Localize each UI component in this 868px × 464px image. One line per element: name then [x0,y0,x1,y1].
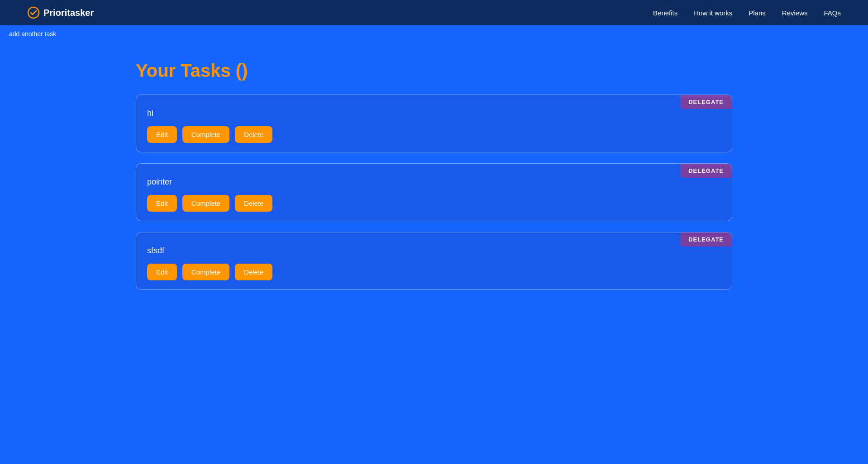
complete-button-3[interactable]: Complete [182,264,229,280]
edit-button-2[interactable]: Edit [147,195,177,212]
task-name-1: hi [147,109,721,118]
nav-faqs[interactable]: FAQs [824,9,841,17]
task-actions-2: Edit Complete Delete [147,195,721,212]
main-content: Your Tasks () DELEGATE hi Edit Complete … [0,43,868,319]
nav-benefits[interactable]: Benefits [653,9,677,17]
nav-links: Benefits How it works Plans Reviews FAQs [653,9,841,17]
svg-point-0 [28,7,39,18]
task-name-2: pointer [147,177,721,187]
task-actions-3: Edit Complete Delete [147,264,721,280]
task-card-3: DELEGATE sfsdf Edit Complete Delete [136,232,732,290]
task-name-3: sfsdf [147,246,721,256]
complete-button-2[interactable]: Complete [182,195,229,212]
add-task-link[interactable]: add another task [9,30,56,38]
top-bar: add another task [0,25,868,43]
delete-button-1[interactable]: Delete [235,126,272,143]
task-actions-1: Edit Complete Delete [147,126,721,143]
edit-button-3[interactable]: Edit [147,264,177,280]
complete-button-1[interactable]: Complete [182,126,229,143]
delegate-button-1[interactable]: DELEGATE [680,95,732,109]
nav-reviews[interactable]: Reviews [782,9,808,17]
brand-icon [27,6,40,19]
nav-how-it-works[interactable]: How it works [694,9,732,17]
task-card-2: DELEGATE pointer Edit Complete Delete [136,163,732,221]
nav-plans[interactable]: Plans [749,9,766,17]
navbar: Prioritasker Benefits How it works Plans… [0,0,868,25]
brand-name: Prioritasker [43,8,94,18]
task-card-1: DELEGATE hi Edit Complete Delete [136,95,732,152]
delete-button-2[interactable]: Delete [235,195,272,212]
delete-button-3[interactable]: Delete [235,264,272,280]
delegate-button-3[interactable]: DELEGATE [680,232,732,246]
delegate-button-2[interactable]: DELEGATE [680,164,732,178]
page-title: Your Tasks () [136,61,732,81]
brand-logo[interactable]: Prioritasker [27,6,94,19]
edit-button-1[interactable]: Edit [147,126,177,143]
